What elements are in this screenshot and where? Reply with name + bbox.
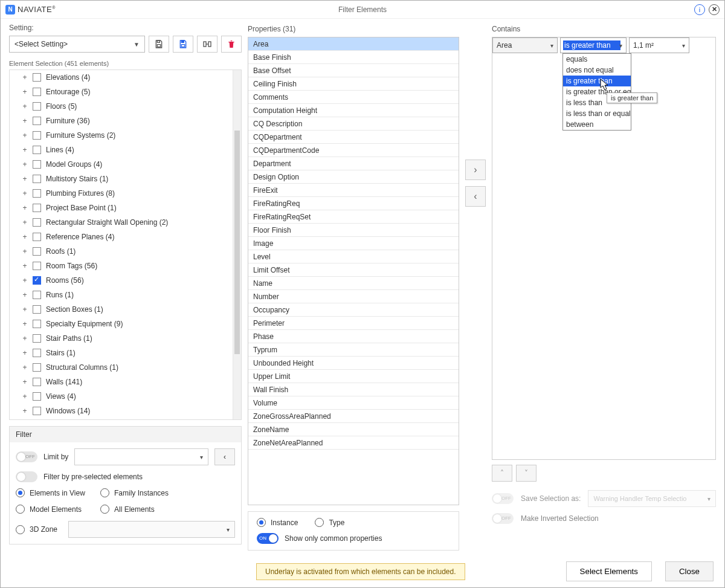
property-row[interactable]: CQDepartmentCode: [248, 144, 459, 157]
expand-icon[interactable]: +: [22, 378, 28, 386]
expand-icon[interactable]: +: [22, 160, 28, 169]
tree-row[interactable]: +Floors (5): [10, 99, 239, 114]
property-row[interactable]: Unbounded Height: [248, 357, 459, 370]
tree-row[interactable]: +Roofs (1): [10, 244, 239, 259]
expand-icon[interactable]: +: [22, 88, 28, 96]
expand-icon[interactable]: +: [22, 291, 28, 299]
radio-family-instances[interactable]: Family Instances: [100, 488, 235, 497]
checkbox[interactable]: [33, 233, 41, 241]
checkbox[interactable]: [33, 160, 41, 169]
tree-row[interactable]: +Rectangular Straight Wall Opening (2): [10, 215, 239, 230]
show-common-toggle[interactable]: ON: [257, 533, 279, 544]
property-row[interactable]: FireRatingReqSet: [248, 210, 459, 224]
tree-row[interactable]: +Reference Planes (4): [10, 230, 239, 244]
checkbox[interactable]: [33, 102, 41, 111]
expand-icon[interactable]: +: [22, 262, 28, 270]
property-row[interactable]: CQDepartment: [248, 131, 459, 144]
checkbox[interactable]: [33, 204, 41, 212]
expand-icon[interactable]: +: [22, 218, 28, 227]
tree-row[interactable]: +Project Base Point (1): [10, 201, 239, 215]
expand-icon[interactable]: +: [22, 247, 28, 256]
expand-icon[interactable]: +: [22, 363, 28, 372]
checkbox[interactable]: [33, 320, 41, 328]
property-row[interactable]: Comments: [248, 91, 459, 104]
radio-model-elements[interactable]: Model Elements: [16, 505, 100, 514]
tree-row[interactable]: +Furniture (36): [10, 114, 239, 128]
property-row[interactable]: Level: [248, 250, 459, 263]
property-row[interactable]: Base Finish: [248, 51, 459, 64]
dropdown-option[interactable]: is less than or equal: [563, 108, 631, 119]
property-row[interactable]: ZoneName: [248, 423, 459, 436]
checkbox[interactable]: [33, 218, 41, 227]
checkbox[interactable]: [33, 88, 41, 96]
checkbox[interactable]: [33, 276, 41, 285]
tree-row[interactable]: +Section Boxes (1): [10, 302, 239, 317]
checkbox[interactable]: [33, 305, 41, 314]
expand-icon[interactable]: +: [22, 276, 28, 285]
tree-row[interactable]: +Runs (1): [10, 288, 239, 302]
contains-operator-select[interactable]: is greater than▾: [560, 37, 627, 53]
property-row[interactable]: ZoneNetAreaPlanned: [248, 436, 459, 450]
property-row[interactable]: Ceiling Finish: [248, 77, 459, 91]
checkbox[interactable]: [33, 392, 41, 401]
checkbox[interactable]: [33, 378, 41, 386]
tree-row[interactable]: +Structural Columns (1): [10, 360, 239, 375]
contains-value-select[interactable]: 1,1 m²▾: [629, 37, 689, 53]
property-row[interactable]: Limit Offset: [248, 263, 459, 277]
property-row[interactable]: Image: [248, 237, 459, 250]
property-row[interactable]: FireExit: [248, 184, 459, 197]
property-row[interactable]: Upper Limit: [248, 370, 459, 383]
property-row[interactable]: Number: [248, 290, 459, 303]
property-row[interactable]: ZoneGrossAreaPlanned: [248, 410, 459, 423]
limit-combo[interactable]: ▾: [74, 448, 208, 465]
checkbox[interactable]: [33, 262, 41, 270]
dropdown-option[interactable]: does not equal: [563, 65, 631, 76]
radio-elements-in-view[interactable]: Elements in View: [16, 488, 100, 497]
expand-icon[interactable]: +: [22, 392, 28, 401]
tree-row[interactable]: +Stair Paths (1): [10, 331, 239, 346]
expand-icon[interactable]: +: [22, 204, 28, 212]
property-row[interactable]: Name: [248, 277, 459, 290]
property-row[interactable]: Base Offset: [248, 64, 459, 77]
checkbox[interactable]: [33, 349, 41, 357]
checkbox[interactable]: [33, 363, 41, 372]
property-row[interactable]: Department: [248, 157, 459, 170]
expand-icon[interactable]: +: [22, 189, 28, 198]
tree-row[interactable]: +Rooms (56): [10, 273, 239, 288]
property-row[interactable]: FireRatingReq: [248, 197, 459, 210]
property-row[interactable]: Floor Finish: [248, 224, 459, 237]
tree-row[interactable]: +Windows (14): [10, 404, 239, 418]
checkbox[interactable]: [33, 189, 41, 198]
expand-icon[interactable]: +: [22, 233, 28, 241]
checkbox[interactable]: [33, 117, 41, 125]
tree-row[interactable]: +Elevations (4): [10, 70, 239, 85]
delete-button[interactable]: [221, 36, 242, 53]
limit-toggle[interactable]: OFF: [16, 451, 37, 462]
expand-icon[interactable]: +: [22, 102, 28, 111]
expand-icon[interactable]: +: [22, 349, 28, 357]
tree-row[interactable]: +Furniture Systems (2): [10, 128, 239, 143]
checkbox[interactable]: [33, 146, 41, 154]
property-row[interactable]: Wall Finish: [248, 383, 459, 396]
invert-toggle[interactable]: OFF: [492, 513, 514, 524]
transfer-button[interactable]: [197, 36, 218, 53]
property-row[interactable]: Typrum: [248, 343, 459, 357]
preselected-toggle[interactable]: [16, 471, 37, 482]
tree-row[interactable]: +Stairs (1): [10, 346, 239, 360]
dropdown-option[interactable]: between: [563, 119, 631, 130]
expand-icon[interactable]: +: [22, 146, 28, 154]
save-selection-combo[interactable]: Warning Handler Temp Selectio▾: [588, 490, 716, 507]
expand-icon[interactable]: +: [22, 131, 28, 140]
property-row[interactable]: Occupancy: [248, 303, 459, 317]
tree-row[interactable]: +Room Tags (56): [10, 259, 239, 273]
expand-icon[interactable]: +: [22, 175, 28, 183]
close-button[interactable]: Close: [665, 561, 714, 581]
scrollbar[interactable]: [233, 70, 241, 419]
tree-row[interactable]: +Model Groups (4): [10, 157, 239, 172]
remove-filter-button[interactable]: ‹: [465, 186, 486, 207]
move-down-button[interactable]: ˅: [516, 465, 536, 482]
select-elements-button[interactable]: Select Elements: [566, 561, 652, 581]
property-row[interactable]: Area: [248, 37, 459, 51]
dropdown-option[interactable]: is greater than: [563, 76, 631, 86]
property-row[interactable]: Computation Height: [248, 104, 459, 117]
